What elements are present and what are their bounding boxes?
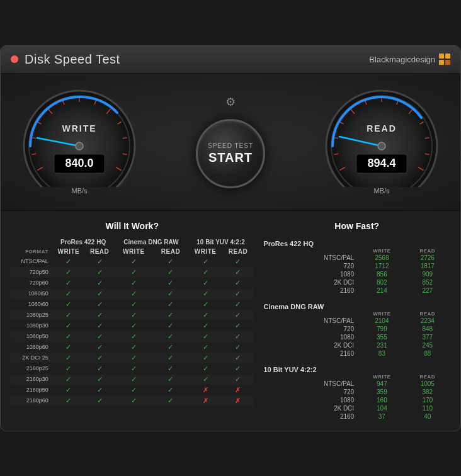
table-row: 2160p50✓✓✓✓✗✗ bbox=[11, 385, 253, 395]
check-cell: ✓ bbox=[114, 267, 153, 278]
check-icon: ✓ bbox=[235, 311, 241, 319]
check-cell: ✓ bbox=[85, 320, 114, 331]
row-label: 1080 bbox=[263, 333, 359, 341]
check-icon: ✓ bbox=[203, 322, 208, 329]
table-row: 720p60✓✓✓✓✓✓ bbox=[11, 278, 253, 288]
prores-read-header: READ bbox=[85, 247, 114, 256]
brand-squares bbox=[439, 54, 450, 65]
check-icon: ✓ bbox=[203, 311, 208, 319]
group-name: ProRes 422 HQ bbox=[263, 237, 450, 248]
row-label: 2160 bbox=[263, 349, 359, 358]
check-cell: ✓ bbox=[85, 363, 114, 374]
check-cell: ✓ bbox=[222, 320, 253, 331]
col-header bbox=[263, 311, 359, 317]
read-unit: MB/s bbox=[373, 187, 389, 195]
read-value: 1817 bbox=[405, 262, 450, 270]
write-gauge-container: WRITE 840.0 MB/s bbox=[20, 86, 139, 195]
group-name: Cinema DNG RAW bbox=[263, 300, 450, 311]
write-value: 802 bbox=[359, 278, 404, 286]
check-icon: ✓ bbox=[168, 279, 173, 286]
close-button[interactable] bbox=[11, 55, 18, 63]
check-cell: ✓ bbox=[188, 278, 223, 288]
check-cell: ✗ bbox=[222, 385, 253, 395]
table-row: 72017121817 bbox=[263, 262, 450, 270]
cinema-write-header: WRITE bbox=[114, 247, 153, 256]
col-header: WRITE bbox=[359, 374, 404, 380]
format-cell: 1080i60 bbox=[11, 299, 52, 310]
format-cell: 1080p60 bbox=[11, 342, 52, 353]
how-fast-table: ProRes 422 HQWRITEREADNTSC/PAL2568272672… bbox=[263, 237, 450, 421]
check-icon: ✓ bbox=[235, 332, 241, 340]
check-cell: ✓ bbox=[85, 288, 114, 299]
check-cell: ✓ bbox=[114, 256, 153, 267]
check-icon: ✓ bbox=[97, 322, 103, 329]
check-cell: ✓ bbox=[222, 363, 253, 374]
check-cell: ✓ bbox=[153, 256, 188, 267]
table-row: 2K DCI231245 bbox=[263, 341, 450, 349]
check-cell: ✓ bbox=[222, 288, 253, 299]
check-icon: ✓ bbox=[235, 354, 241, 361]
check-cell: ✓ bbox=[114, 363, 153, 374]
check-cell: ✓ bbox=[52, 288, 85, 299]
read-gauge-container: READ 894.4 MB/s bbox=[322, 86, 441, 195]
check-cell: ✓ bbox=[52, 310, 85, 320]
format-cell: 720p60 bbox=[11, 278, 52, 288]
app-title: Disk Speed Test bbox=[25, 52, 120, 67]
check-cell: ✓ bbox=[52, 267, 85, 278]
check-icon: ✓ bbox=[97, 332, 103, 340]
check-cell: ✓ bbox=[52, 256, 85, 267]
check-cell: ✓ bbox=[114, 395, 153, 406]
check-icon: ✓ bbox=[235, 343, 241, 351]
sub-header-row: WRITEREAD bbox=[263, 374, 450, 380]
start-button[interactable]: SPEED TEST START bbox=[196, 119, 265, 188]
brand-sq-1 bbox=[439, 54, 444, 59]
check-icon: ✓ bbox=[131, 332, 137, 340]
check-icon: ✓ bbox=[65, 258, 71, 265]
check-icon: ✓ bbox=[65, 322, 71, 329]
brand-logo: Blackmagicdesign bbox=[369, 54, 450, 65]
row-label: 1080 bbox=[263, 396, 359, 404]
check-cell: ✓ bbox=[222, 299, 253, 310]
check-icon: ✓ bbox=[131, 322, 137, 329]
row-label: 2160 bbox=[263, 412, 359, 421]
table-row: 1080355377 bbox=[263, 333, 450, 341]
check-icon: ✓ bbox=[235, 279, 241, 286]
row-label: 1080 bbox=[263, 270, 359, 278]
read-value: 40 bbox=[405, 412, 450, 421]
table-row: 1080p50✓✓✓✓✓✓ bbox=[11, 331, 253, 342]
check-cell: ✓ bbox=[188, 299, 223, 310]
center-controls: ⚙ SPEED TEST START bbox=[196, 93, 265, 188]
table-row: 720p50✓✓✓✓✓✓ bbox=[11, 267, 253, 278]
check-icon: ✓ bbox=[97, 365, 103, 372]
col-header: READ bbox=[405, 374, 450, 380]
check-icon: ✓ bbox=[168, 332, 173, 340]
settings-button[interactable]: ⚙ bbox=[221, 93, 240, 111]
check-cell: ✓ bbox=[52, 395, 85, 406]
check-cell: ✓ bbox=[85, 310, 114, 320]
check-cell: ✓ bbox=[114, 342, 153, 353]
brand-name: Blackmagicdesign bbox=[369, 55, 435, 64]
how-fast-title: How Fast? bbox=[263, 221, 450, 231]
row-label: 720 bbox=[263, 262, 359, 270]
check-cell: ✓ bbox=[153, 353, 188, 363]
check-icon: ✓ bbox=[97, 300, 103, 308]
check-cell: ✓ bbox=[114, 278, 153, 288]
check-icon: ✓ bbox=[203, 375, 208, 383]
check-icon: ✓ bbox=[65, 311, 71, 319]
read-value: 245 bbox=[405, 341, 450, 349]
sub-header-row: WRITEREAD bbox=[263, 248, 450, 254]
check-icon: ✓ bbox=[65, 343, 71, 351]
check-icon: ✓ bbox=[168, 397, 173, 404]
check-cell: ✓ bbox=[153, 267, 188, 278]
write-value: 231 bbox=[359, 341, 404, 349]
col-header: READ bbox=[405, 248, 450, 254]
check-icon: ✓ bbox=[65, 386, 71, 394]
prores-write-header: WRITE bbox=[52, 247, 85, 256]
table-row: 1080p25✓✓✓✓✓✓ bbox=[11, 310, 253, 320]
check-cell: ✓ bbox=[188, 288, 223, 299]
format-cell: 720p50 bbox=[11, 267, 52, 278]
yuv-write-header: WRITE bbox=[188, 247, 223, 256]
format-cell: 1080p30 bbox=[11, 320, 52, 331]
check-icon: ✓ bbox=[97, 343, 103, 351]
check-cell: ✓ bbox=[85, 353, 114, 363]
